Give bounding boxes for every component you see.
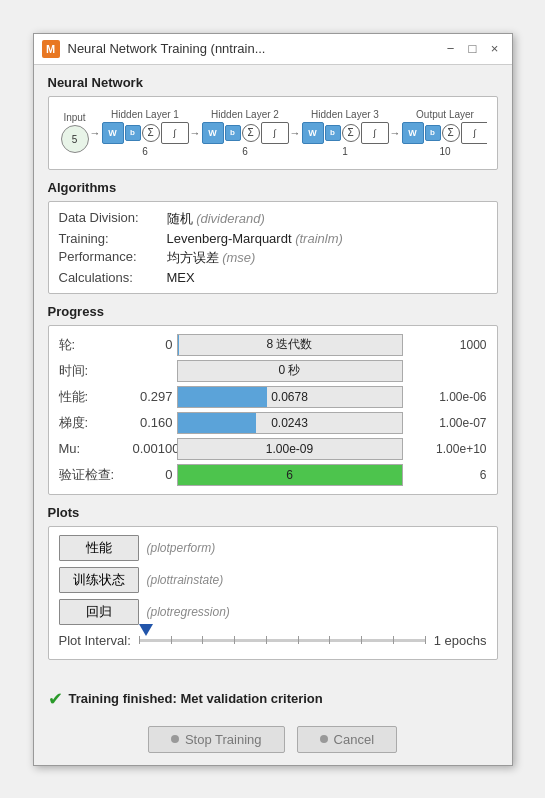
arrow-4: → [389,127,402,139]
prog-bar-fill-3 [178,413,256,433]
prog-bar-text-2: 0.0678 [271,390,308,404]
plot-row-0: 性能 (plotperform) [59,535,487,561]
content-area: Neural Network Input 5 → Hidden Layer 1 [34,65,512,680]
algorithms-title: Algorithms [48,180,498,195]
algo-method-3: MEX [167,270,195,285]
title-bar: M Neural Network Training (nntrain... − … [34,34,512,65]
hl2-w: W [202,122,224,144]
hl3-w: W [302,122,324,144]
plot-row-2: 回归 (plotregression) [59,599,487,625]
stop-training-button[interactable]: Stop Training [148,726,285,753]
hl2-sum: Σ [242,124,260,142]
plot-interval-value: 1 epochs [434,633,487,648]
nn-diagram: Input 5 → Hidden Layer 1 W b Σ ∫ [59,105,487,161]
cancel-button[interactable]: Cancel [297,726,397,753]
prog-left-2: 0.297 [133,389,173,404]
tick-8 [393,636,394,644]
algo-grid: Data Division: 随机 (dividerand) Training:… [59,210,487,285]
algo-value-3: MEX [167,270,487,285]
hl1-sum: Σ [142,124,160,142]
hl3-b: b [325,125,341,141]
ol-b: b [425,125,441,141]
input-layer: Input 5 [61,112,89,153]
arrow-2: → [189,127,202,139]
tick-1 [171,636,172,644]
ol-label: Output Layer [416,109,474,120]
hl1-b: b [125,125,141,141]
hl3-label: Hidden Layer 3 [311,109,379,120]
footer-buttons: Stop Training Cancel [34,718,512,765]
progress-title: Progress [48,304,498,319]
input-label: Input [63,112,85,123]
hl1-label: Hidden Layer 1 [111,109,179,120]
prog-left-4: 0.00100 [133,441,173,456]
algo-value-0: 随机 (dividerand) [167,210,487,228]
prog-right-4: 1.00e+10 [407,442,487,456]
window-title: Neural Network Training (nntrain... [68,41,434,56]
status-check-icon: ✔ [48,688,63,710]
prog-bar-1: 0 秒 [177,360,403,382]
maximize-button[interactable]: □ [464,40,482,58]
close-button[interactable]: × [486,40,504,58]
hl2-block: W b Σ ∫ [202,122,289,144]
prog-bar-0: 8 迭代数 [177,334,403,356]
plots-title: Plots [48,505,498,520]
prog-right-2: 1.00e-06 [407,390,487,404]
neural-network-section: Neural Network Input 5 → Hidden Layer 1 [48,75,498,170]
hl2-num: 6 [242,146,248,157]
plot-desc-1: (plottrainstate) [147,573,224,587]
app-icon: M [42,40,60,58]
plot-btn-0[interactable]: 性能 [59,535,139,561]
minimize-button[interactable]: − [442,40,460,58]
prog-bar-5: 6 [177,464,403,486]
algo-method-1: Levenberg-Marquardt [167,231,292,246]
algo-label-3: Calculations: [59,270,159,285]
tick-7 [361,636,362,644]
prog-right-3: 1.00e-07 [407,416,487,430]
stop-training-label: Stop Training [185,732,262,747]
ol-block: W b Σ ∫ [402,122,487,144]
cancel-label: Cancel [334,732,374,747]
plot-interval-slider[interactable] [139,631,426,651]
prog-bar-fill-0 [178,335,180,355]
plot-btn-2[interactable]: 回归 [59,599,139,625]
prog-label-0: 轮: [59,336,129,354]
ol-sum: Σ [442,124,460,142]
neural-network-box: Input 5 → Hidden Layer 1 W b Σ ∫ [48,96,498,170]
plot-desc-2: (plotregression) [147,605,230,619]
status-text: Training finished: Met validation criter… [69,691,323,706]
tick-6 [329,636,330,644]
hl3-func: ∫ [361,122,389,144]
prog-bar-text-3: 0.0243 [271,416,308,430]
output-layer: Output Layer W b Σ ∫ 10 [402,109,487,157]
hl2-func: ∫ [261,122,289,144]
hl3-sum: Σ [342,124,360,142]
progress-box: 轮: 0 8 迭代数 1000 时间: 0 秒 [48,325,498,495]
plot-row-1: 训练状态 (plottrainstate) [59,567,487,593]
hidden-layer-3: Hidden Layer 3 W b Σ ∫ 1 [302,109,389,157]
tick-9 [425,636,426,644]
algo-method-2: 均方误差 [167,250,219,265]
progress-grid: 轮: 0 8 迭代数 1000 时间: 0 秒 [59,334,487,486]
neural-network-title: Neural Network [48,75,498,90]
tick-3 [234,636,235,644]
window-controls: − □ × [442,40,504,58]
slider-thumb[interactable] [139,624,153,636]
plot-interval-row: Plot Interval: [59,631,487,651]
slider-track [139,639,426,642]
status-bar: ✔ Training finished: Met validation crit… [34,680,512,718]
algo-label-1: Training: [59,231,159,246]
cancel-dot-icon [320,735,328,743]
hl2-label: Hidden Layer 2 [211,109,279,120]
hl2-b: b [225,125,241,141]
algo-value-1: Levenberg-Marquardt (trainlm) [167,231,487,246]
hl1-num: 6 [142,146,148,157]
tick-4 [266,636,267,644]
prog-bar-4: 1.00e-09 [177,438,403,460]
algo-fn-0: (dividerand) [196,211,265,226]
prog-left-3: 0.160 [133,415,173,430]
plot-btn-1[interactable]: 训练状态 [59,567,139,593]
algo-label-2: Performance: [59,249,159,267]
hl3-num: 1 [342,146,348,157]
plot-interval-label: Plot Interval: [59,633,131,648]
